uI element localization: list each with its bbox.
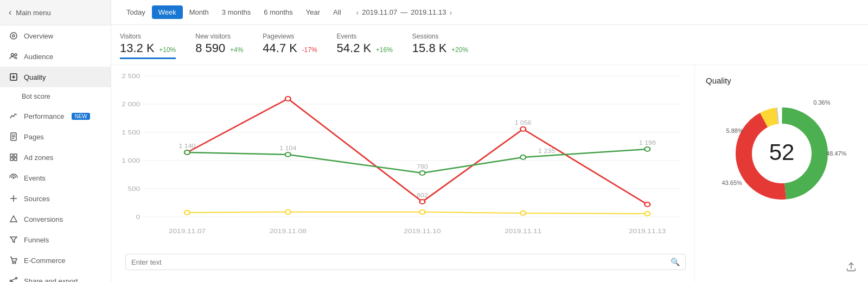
svg-point-15 <box>13 177 14 178</box>
upload-svg <box>845 261 857 273</box>
red-dot <box>520 127 526 131</box>
stat-events: Events 54.2 K +16% <box>337 33 393 59</box>
donut-center-value: 52 <box>769 139 794 165</box>
sidebar-item-label: E-Commerce <box>24 257 66 265</box>
sidebar-item-label: Quality <box>24 73 46 81</box>
sidebar-item-label: Ad zones <box>24 153 53 162</box>
green-dot <box>520 155 526 159</box>
pages-icon <box>9 132 18 142</box>
tab-6-months[interactable]: 6 months <box>257 5 299 19</box>
tab-month[interactable]: Month <box>183 5 215 19</box>
chart-area: 2 500 2 000 1 500 1 000 500 0 2019.11.07… <box>111 65 868 282</box>
stat-change: +20% <box>451 46 468 54</box>
sidebar-item-conversions[interactable]: Conversions <box>0 209 111 229</box>
svg-text:780: 780 <box>417 164 428 170</box>
yellow-dot <box>520 211 526 215</box>
stat-label: Sessions <box>412 33 468 40</box>
svg-point-19 <box>16 278 17 279</box>
stat-sessions: Sessions 15.8 K +20% <box>412 33 468 59</box>
tab-group: TodayWeekMonth3 months6 monthsYearAll <box>120 5 348 19</box>
donut-svg: 52 <box>722 94 841 213</box>
sidebar-item-label: Share and export <box>24 277 78 283</box>
stats-row: Visitors 13.2 K +10% New visitors 8 590 … <box>111 25 868 65</box>
sidebar-item-audience[interactable]: Audience <box>0 46 111 67</box>
svg-point-0 <box>10 33 17 39</box>
main-chart: 2 500 2 000 1 500 1 000 500 0 2019.11.07… <box>111 65 694 282</box>
tab-week[interactable]: Week <box>152 5 183 19</box>
quality-panel: Quality <box>694 65 868 282</box>
adzones-icon <box>9 152 18 162</box>
new-badge: NEW <box>72 113 90 120</box>
pct-label-gray: 0.36% <box>813 99 830 106</box>
svg-text:2019.11.07: 2019.11.07 <box>169 228 206 234</box>
stat-value-row: 15.8 K +20% <box>412 41 468 55</box>
stat-change: -17% <box>302 46 317 54</box>
search-input[interactable] <box>131 258 671 266</box>
sidebar-item-ecommerce[interactable]: E-Commerce <box>0 250 111 271</box>
upload-icon[interactable] <box>845 261 857 274</box>
sidebar-item-sources[interactable]: Sources <box>0 188 111 209</box>
pct-label-yellow: 5.88% <box>726 127 743 134</box>
yellow-dot <box>184 210 190 215</box>
topbar: TodayWeekMonth3 months6 monthsYearAll ‹ … <box>111 0 868 25</box>
chart-svg-container: 2 500 2 000 1 500 1 000 500 0 2019.11.07… <box>117 70 694 249</box>
svg-line-22 <box>12 279 16 280</box>
svg-text:2019.11.13: 2019.11.13 <box>629 228 666 234</box>
sidebar-item-overview[interactable]: Overview <box>0 25 111 46</box>
sidebar-item-ad-zones[interactable]: Ad zones <box>0 147 111 168</box>
search-bar: 🔍 <box>125 254 686 270</box>
stat-change: +10% <box>159 46 176 54</box>
sidebar-item-events[interactable]: Events <box>0 168 111 188</box>
overview-icon <box>9 31 18 41</box>
svg-text:1 198: 1 198 <box>639 140 656 146</box>
sidebar-item-funnels[interactable]: Funnels <box>0 229 111 250</box>
svg-text:1 500: 1 500 <box>122 129 140 136</box>
stat-value: 8 590 <box>195 41 225 55</box>
date-separator: — <box>400 8 407 16</box>
ecommerce-icon <box>9 255 18 265</box>
sidebar-item-pages[interactable]: Pages <box>0 126 111 147</box>
svg-text:2 500: 2 500 <box>122 73 140 79</box>
main-menu-item[interactable]: ‹ Main menu <box>0 0 111 25</box>
date-from: 2019.11.07 <box>362 8 397 16</box>
svg-point-18 <box>15 262 16 264</box>
sidebar-item-quality[interactable]: Quality <box>0 67 111 87</box>
sidebar-item-share-export[interactable]: Share and export <box>0 271 111 282</box>
svg-marker-16 <box>10 216 17 222</box>
next-date-arrow[interactable]: › <box>449 8 452 17</box>
svg-text:802: 802 <box>417 193 428 198</box>
yellow-line <box>187 212 647 214</box>
sidebar-item-label: Overview <box>24 32 53 40</box>
red-dot <box>285 97 291 101</box>
sidebar-nav: OverviewAudienceQualityBot scorePerforma… <box>0 25 111 282</box>
svg-text:1 140: 1 140 <box>179 143 196 149</box>
date-to: 2019.11.13 <box>411 8 446 16</box>
tab-all[interactable]: All <box>327 5 347 19</box>
tab-3-months[interactable]: 3 months <box>215 5 257 19</box>
sidebar-item-bot-score[interactable]: Bot score <box>0 87 111 106</box>
svg-point-21 <box>10 280 12 282</box>
stat-label: Pageviews <box>263 33 317 40</box>
svg-rect-13 <box>10 158 13 161</box>
search-icon: 🔍 <box>671 258 680 266</box>
svg-rect-14 <box>14 158 17 161</box>
stat-new-visitors: New visitors 8 590 +4% <box>195 33 243 59</box>
main-menu-label: Main menu <box>16 9 50 17</box>
date-range: ‹ 2019.11.07 — 2019.11.13 › <box>356 8 452 17</box>
sidebar-item-performance[interactable]: PerformanceNEW <box>0 106 111 126</box>
svg-rect-11 <box>10 154 13 157</box>
yellow-dot <box>420 210 425 214</box>
green-dot <box>420 171 425 175</box>
prev-date-arrow[interactable]: ‹ <box>356 8 359 17</box>
stat-value-row: 44.7 K -17% <box>263 41 317 55</box>
svg-point-2 <box>11 54 14 56</box>
tab-year[interactable]: Year <box>299 5 327 19</box>
yellow-dot <box>285 210 291 214</box>
stat-value: 15.8 K <box>412 41 447 55</box>
svg-text:1 056: 1 056 <box>515 120 532 126</box>
stat-value: 54.2 K <box>337 41 372 55</box>
tab-today[interactable]: Today <box>120 5 152 19</box>
sidebar-item-label: Events <box>24 174 46 182</box>
stat-underline <box>120 57 176 59</box>
sidebar-item-label: Funnels <box>24 236 49 244</box>
